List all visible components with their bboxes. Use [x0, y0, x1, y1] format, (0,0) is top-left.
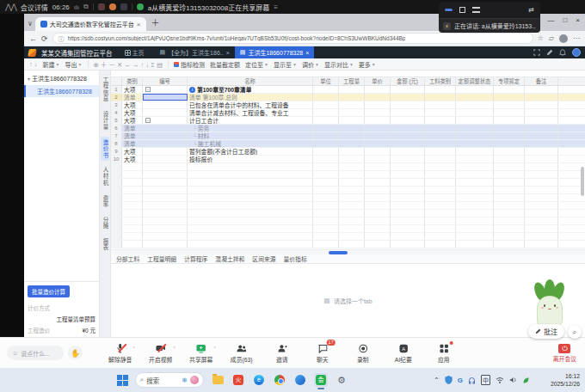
tray-expand-icon[interactable]: ⌃: [434, 377, 440, 384]
table-cell[interactable]: 清单: [122, 132, 143, 139]
table-row[interactable]: 8清单└施工机械: [111, 140, 585, 148]
table-cell[interactable]: [391, 125, 425, 132]
volume-icon[interactable]: [509, 377, 517, 383]
swap-layout-icon[interactable]: ⇄: [528, 6, 534, 14]
formula-bar[interactable]: [111, 70, 585, 77]
close-button[interactable]: ×: [576, 16, 580, 24]
table-cell[interactable]: [456, 86, 494, 93]
window-icon[interactable]: [459, 7, 465, 13]
detail-tab-区间来源[interactable]: 区间来源: [252, 254, 275, 263]
table-cell[interactable]: [313, 140, 339, 147]
row-number-cell[interactable]: 1: [111, 86, 122, 93]
g-tool-icon[interactable]: G: [458, 377, 463, 384]
tree-node-parent[interactable]: ▾ 王洪生18660778328: [24, 70, 99, 84]
taskbar-clock[interactable]: 16:12 2025/12/26: [551, 372, 580, 388]
table-cell[interactable]: [313, 94, 339, 101]
table-cell[interactable]: 大项: [122, 109, 143, 116]
table-cell[interactable]: [339, 125, 365, 132]
table-cell[interactable]: [391, 109, 425, 116]
tree-collapse-icon[interactable]: ▾: [28, 76, 30, 82]
table-cell[interactable]: [425, 148, 456, 155]
table-cell[interactable]: [425, 140, 456, 147]
new-button[interactable]: 新建▼: [43, 60, 60, 69]
table-cell[interactable]: 大项: [122, 148, 143, 155]
minimize-icon[interactable]: [445, 9, 453, 11]
record-button[interactable]: 录制: [348, 343, 378, 364]
table-row[interactable]: 5大项−计日工合计: [111, 117, 585, 125]
table-cell[interactable]: [456, 140, 494, 147]
taskbar-chrome[interactable]: [273, 373, 286, 387]
table-cell[interactable]: [365, 125, 391, 132]
export-button[interactable]: 导出▼: [65, 60, 83, 69]
chat-button[interactable]: 17聊天: [308, 343, 337, 364]
table-cell[interactable]: [339, 140, 365, 147]
table-cell[interactable]: [494, 125, 525, 132]
table-cell[interactable]: [313, 117, 339, 124]
table-cell[interactable]: 大项: [122, 101, 143, 108]
open-external-icon[interactable]: ⧉: [83, 3, 89, 11]
table-cell[interactable]: [494, 132, 525, 139]
members-button[interactable]: 成员(63): [227, 343, 256, 364]
module-tab-设计量[interactable]: 设计量: [101, 108, 109, 133]
table-cell[interactable]: 大项: [122, 117, 143, 124]
table-cell[interactable]: [525, 156, 558, 162]
table-cell[interactable]: [494, 94, 525, 101]
row-number-cell[interactable]: 2: [111, 94, 122, 101]
back-icon[interactable]: ←: [29, 34, 37, 43]
horizontal-scrollbar[interactable]: [111, 249, 585, 254]
start-button[interactable]: [117, 375, 128, 386]
table-cell[interactable]: [494, 156, 525, 162]
table-cell[interactable]: [339, 94, 365, 101]
seal-icon[interactable]: [98, 3, 105, 10]
dropdown-显示至[interactable]: 显示至▼: [274, 60, 297, 69]
ai-notes-button[interactable]: AAI纪要: [389, 343, 418, 364]
table-row[interactable]: 3大项已包含在清单合计中的材料、工程设备: [111, 101, 585, 109]
table-cell[interactable]: [143, 109, 188, 116]
taskbar-security-app[interactable]: 火: [231, 373, 245, 387]
table-cell[interactable]: [525, 101, 558, 108]
batch-quota-button[interactable]: 批量截定额: [210, 60, 240, 69]
module-tab-造价书[interactable]: 造价书: [101, 137, 109, 162]
unmute-button[interactable]: ⌃解除静音: [106, 343, 135, 364]
pen-icon[interactable]: [546, 49, 553, 56]
taskbar-edge[interactable]: e: [252, 373, 266, 387]
table-cell[interactable]: [143, 132, 188, 139]
table-cell[interactable]: [339, 132, 365, 139]
table-cell[interactable]: [425, 109, 456, 116]
module-tab-人材机[interactable]: 人材机: [101, 164, 109, 189]
column-header-2[interactable]: 编号: [143, 77, 188, 85]
info-badge-icon[interactable]: i: [189, 87, 195, 93]
browser-tab[interactable]: 大司交通造价数字化管控云平台 ×: [35, 17, 146, 31]
table-row[interactable]: 10大项投标报价: [111, 156, 585, 163]
table-cell[interactable]: [456, 109, 494, 116]
table-cell[interactable]: [313, 156, 339, 162]
shield-icon[interactable]: [445, 376, 453, 384]
table-cell[interactable]: [313, 132, 339, 139]
taskbar-search[interactable]: ⌕ 搜索 ❄: [135, 372, 204, 388]
table-row[interactable]: 1大项−i第100章至700章清单: [111, 86, 585, 94]
column-header-3[interactable]: 名称: [188, 77, 313, 85]
table-cell[interactable]: [494, 86, 525, 93]
apps-button[interactable]: 应用: [429, 343, 459, 364]
table-row[interactable]: 7清单└材料: [111, 132, 585, 140]
bookmark-star-icon[interactable]: ☆: [538, 34, 544, 42]
table-cell[interactable]: [425, 101, 456, 108]
wifi-icon[interactable]: [496, 377, 504, 383]
table-cell[interactable]: [456, 148, 494, 155]
browser-menu-icon[interactable]: ⋯: [573, 34, 580, 42]
table-cell[interactable]: [313, 125, 339, 132]
column-header-1[interactable]: 类别: [122, 77, 143, 85]
tree-node-child-selected[interactable]: 王洪生18660778328: [24, 85, 99, 97]
table-cell[interactable]: i第100章至700章清单: [188, 86, 313, 93]
edit-icon-group[interactable]: ⊕ ＋ － ✕ ← → ↑ ↓ Σ ▤: [94, 59, 163, 69]
table-cell[interactable]: └劳务: [188, 125, 313, 132]
module-tab-报表[interactable]: 报表: [101, 236, 109, 254]
table-cell[interactable]: 暂列金额(不含计日工总额): [188, 148, 313, 155]
table-cell[interactable]: [425, 132, 456, 139]
leaf-icon[interactable]: [522, 377, 530, 384]
annotate-button[interactable]: 批注: [528, 324, 564, 339]
table-cell[interactable]: [143, 125, 188, 132]
vertical-scrollbar[interactable]: [581, 70, 584, 242]
menu-icon[interactable]: [472, 7, 480, 13]
table-cell[interactable]: −: [143, 86, 188, 93]
